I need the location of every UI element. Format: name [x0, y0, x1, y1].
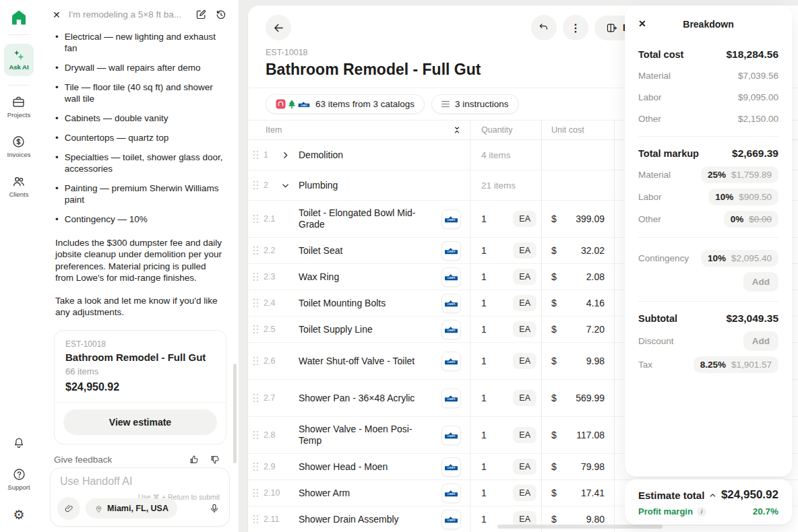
add-button[interactable]: Add: [743, 272, 778, 292]
attachment-paperclip-icon[interactable]: [57, 497, 80, 520]
quantity-cell[interactable]: 1EA: [470, 290, 541, 316]
unit-cost-cell[interactable]: $2.08: [541, 264, 614, 290]
markup-pill[interactable]: 8.25%$1,901.57: [694, 356, 778, 373]
item-cell[interactable]: 2.1Toilet - Elongated Bowl Mid-GradeLOWE…: [248, 201, 470, 237]
drag-handle-icon[interactable]: [253, 180, 264, 190]
close-chat-icon[interactable]: ✕: [53, 9, 61, 20]
drag-handle-icon[interactable]: [253, 356, 264, 366]
new-chat-compose-icon[interactable]: [195, 9, 207, 20]
unit-badge[interactable]: EA: [513, 353, 536, 369]
close-breakdown-icon[interactable]: ✕: [638, 18, 646, 29]
unit-badge[interactable]: EA: [513, 390, 536, 406]
info-icon[interactable]: i: [697, 507, 706, 517]
item-cell[interactable]: 2.2Toilet SeatLOWE'S: [248, 238, 470, 263]
item-cell[interactable]: 2.3Wax RingLOWE'S: [248, 264, 470, 290]
undo-button[interactable]: [531, 15, 557, 40]
drag-handle-icon[interactable]: [253, 393, 264, 403]
location-pill[interactable]: Miami, FL, USA: [86, 498, 177, 519]
collapse-group-icon[interactable]: [281, 181, 299, 190]
drag-handle-icon[interactable]: [253, 488, 264, 498]
lowes-source-badge[interactable]: LOWE'S: [441, 320, 461, 339]
drag-handle-icon[interactable]: [253, 150, 264, 160]
quantity-cell[interactable]: 1EA: [470, 238, 541, 263]
drag-handle-icon[interactable]: [253, 298, 264, 308]
chat-scrollbar[interactable]: [233, 364, 237, 463]
handoff-logo-icon[interactable]: [10, 9, 28, 26]
item-cell[interactable]: 2.5Toilet Supply LineLOWE'S: [248, 317, 470, 342]
markup-pill[interactable]: 10%$909.50: [708, 189, 778, 205]
sidebar-item-projects[interactable]: Projects: [7, 95, 30, 119]
catalogs-chip[interactable]: LOWE'S 63 items from 3 catalogs: [266, 94, 425, 114]
thumbs-up-icon[interactable]: [189, 454, 200, 465]
lowes-source-badge[interactable]: LOWE'S: [441, 241, 461, 261]
instructions-chip[interactable]: 3 instructions: [431, 94, 519, 114]
drag-handle-icon[interactable]: [253, 462, 264, 471]
unit-cost-cell[interactable]: $79.98: [541, 454, 614, 479]
unit-cost-cell[interactable]: $569.99: [541, 380, 614, 416]
lowes-source-badge[interactable]: LOWE'S: [441, 510, 461, 529]
unit-cost-cell[interactable]: $117.08: [541, 417, 614, 453]
add-button[interactable]: Add: [743, 331, 778, 351]
notifications-bell-icon[interactable]: [12, 436, 26, 450]
quantity-cell[interactable]: 1EA: [470, 264, 541, 290]
quantity-cell[interactable]: 21 items: [470, 170, 541, 200]
quantity-cell[interactable]: 1EA: [470, 343, 541, 379]
item-cell[interactable]: 2.4Toilet Mounting BoltsLOWE'S: [248, 290, 470, 316]
quantity-cell[interactable]: 1EA: [470, 317, 541, 342]
sidebar-item-support[interactable]: Support: [7, 467, 30, 491]
unit-badge[interactable]: EA: [513, 321, 536, 337]
lowes-source-badge[interactable]: LOWE'S: [441, 484, 461, 503]
lowes-source-badge[interactable]: LOWE'S: [441, 457, 461, 477]
unit-badge[interactable]: EA: [513, 242, 536, 259]
microphone-icon[interactable]: [209, 503, 220, 514]
unit-cost-cell[interactable]: $32.02: [541, 238, 614, 263]
quantity-cell[interactable]: 1EA: [470, 380, 541, 416]
sidebar-item-clients[interactable]: Clients: [9, 174, 28, 198]
drag-handle-icon[interactable]: [253, 246, 264, 255]
more-options-button[interactable]: ⋮: [563, 15, 588, 40]
quantity-cell[interactable]: 4 items: [470, 140, 541, 170]
drag-handle-icon[interactable]: [253, 272, 264, 281]
chat-history-icon[interactable]: [215, 9, 226, 20]
unit-cost-cell[interactable]: $7.20: [541, 317, 614, 342]
horizontal-scrollbar[interactable]: [497, 525, 663, 529]
thumbs-down-icon[interactable]: [210, 454, 221, 465]
unit-badge[interactable]: EA: [513, 269, 536, 285]
settings-gear-icon[interactable]: ⚙: [13, 508, 24, 521]
drag-handle-icon[interactable]: [253, 325, 264, 334]
drag-handle-icon[interactable]: [253, 514, 264, 524]
quantity-cell[interactable]: 1EA: [470, 417, 541, 453]
drag-handle-icon[interactable]: [253, 214, 264, 224]
lowes-source-badge[interactable]: LOWE'S: [441, 294, 461, 313]
unit-badge[interactable]: EA: [513, 427, 536, 443]
item-cell[interactable]: 2Plumbing: [248, 170, 470, 200]
drag-handle-icon[interactable]: [253, 430, 264, 440]
lowes-source-badge[interactable]: LOWE'S: [441, 267, 461, 287]
item-cell[interactable]: 2.9Shower Head - MoenLOWE'S: [248, 454, 470, 479]
expand-group-icon[interactable]: [281, 151, 299, 160]
unit-cost-cell[interactable]: [541, 170, 614, 200]
estimate-total-toggle[interactable]: Estimate total: [638, 490, 717, 501]
chat-composer[interactable]: Use Handoff AI Use ⌘ + Return to submit …: [50, 467, 230, 527]
item-cell[interactable]: 2.6Water Shut-off Valve - ToiletLOWE'S: [248, 343, 470, 379]
item-cell[interactable]: 2.8Shower Valve - Moen Posi-TempLOWE'S: [248, 417, 470, 453]
item-cell[interactable]: 1Demolition: [248, 140, 470, 170]
view-estimate-button[interactable]: View estimate: [63, 409, 217, 435]
quantity-cell[interactable]: 1EA: [470, 480, 541, 506]
lowes-source-badge[interactable]: LOWE'S: [441, 352, 461, 371]
unit-badge[interactable]: EA: [513, 485, 536, 501]
lowes-source-badge[interactable]: LOWE'S: [441, 426, 461, 445]
item-cell[interactable]: 2.10Shower ArmLOWE'S: [248, 480, 470, 506]
unit-cost-cell[interactable]: $17.41: [541, 480, 614, 506]
unit-cost-cell[interactable]: [541, 140, 614, 170]
markup-pill[interactable]: 10%$2,095.40: [701, 250, 778, 267]
unit-badge[interactable]: EA: [513, 459, 536, 475]
markup-pill[interactable]: 0%$0.00: [724, 211, 778, 228]
lowes-source-badge[interactable]: LOWE'S: [441, 389, 461, 408]
unit-badge[interactable]: EA: [513, 211, 536, 227]
quantity-cell[interactable]: 1EA: [470, 454, 541, 479]
unit-cost-cell[interactable]: $399.09: [541, 201, 614, 237]
sidebar-item-ask-ai[interactable]: Ask AI: [4, 44, 34, 76]
lowes-source-badge[interactable]: LOWE'S: [441, 209, 461, 229]
unit-cost-cell[interactable]: $4.16: [541, 290, 614, 316]
